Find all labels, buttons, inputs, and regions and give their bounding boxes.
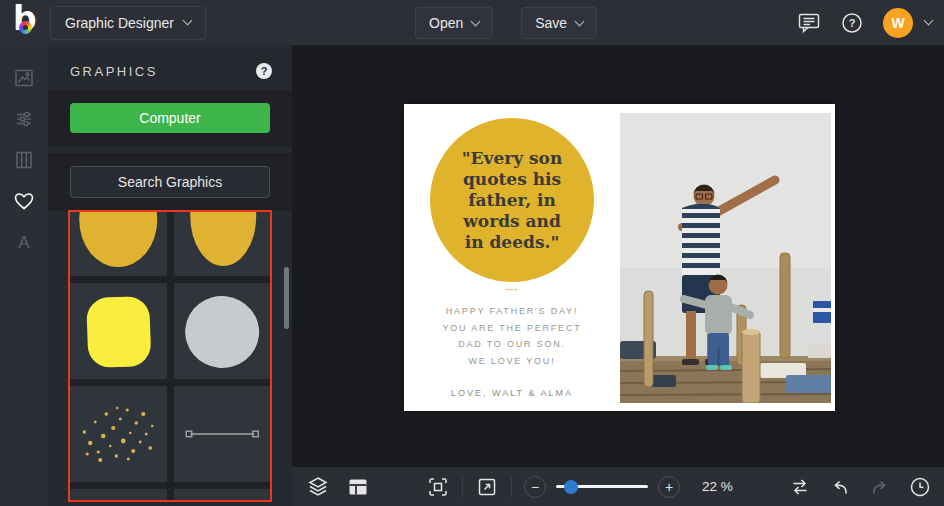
graphic-tile-gray-round-blob[interactable] <box>174 283 271 379</box>
chevron-down-icon <box>575 16 585 26</box>
panel-title: GRAPHICS <box>70 64 158 79</box>
account-chevron-down-icon[interactable] <box>924 16 934 26</box>
top-bar: b Graphic Designer Open Save <box>0 0 944 45</box>
svg-text:A: A <box>18 233 30 252</box>
chevron-down-icon <box>471 16 481 26</box>
panel-help-icon[interactable]: ? <box>256 63 272 79</box>
text-icon: A <box>13 231 35 253</box>
feedback-chat-icon[interactable] <box>797 12 821 34</box>
befunky-logo-icon[interactable]: b <box>8 5 44 41</box>
adjustments-icon <box>13 108 35 130</box>
message-text-object[interactable]: --- HAPPY FATHER'S DAY! YOU ARE THE PERF… <box>404 284 620 398</box>
sidebar-item-text[interactable]: A <box>0 221 48 262</box>
fit-to-screen-icon[interactable] <box>426 475 450 499</box>
left-icon-rail: A <box>0 45 48 506</box>
divider-dashes: --- <box>404 284 620 294</box>
photo-illustration <box>620 113 831 403</box>
graphic-tile-partial[interactable] <box>70 489 167 502</box>
sidebar-item-image-manager[interactable] <box>0 57 48 98</box>
svg-text:?: ? <box>849 17 856 29</box>
before-after-compare-icon[interactable] <box>788 475 812 499</box>
app-mode-dropdown[interactable]: Graphic Designer <box>50 6 206 40</box>
layers-icon[interactable] <box>306 475 330 499</box>
graphic-tile-line-divider[interactable] <box>174 386 271 482</box>
undo-icon[interactable] <box>828 475 852 499</box>
bottom-toolbar: − + 22 % <box>292 467 944 506</box>
computer-upload-button[interactable]: Computer <box>70 103 270 133</box>
sidebar-item-customize[interactable] <box>0 98 48 139</box>
zoom-slider-thumb[interactable] <box>564 480 578 494</box>
sidebar-item-graphics[interactable] <box>0 180 48 221</box>
color-wheel-icon <box>19 21 32 34</box>
panel-scrollbar[interactable] <box>284 267 289 329</box>
graphics-grid-selection <box>68 210 272 502</box>
history-clock-icon[interactable] <box>908 475 932 499</box>
graphic-tile-gold-oval-blob[interactable] <box>174 212 271 276</box>
father-son-photo[interactable] <box>620 113 831 403</box>
quote-circle-object[interactable]: "Every son quotes his father, in words a… <box>430 118 594 282</box>
signature-text: LOVE, WALT & ALMA <box>404 388 620 398</box>
heart-icon <box>13 190 35 212</box>
open-button[interactable]: Open <box>415 7 493 39</box>
graphics-panel: GRAPHICS ? Computer Search Graphics <box>48 45 292 506</box>
zoom-in-button[interactable]: + <box>658 476 680 498</box>
columns-icon <box>13 149 35 171</box>
search-graphics-button[interactable]: Search Graphics <box>70 166 270 198</box>
help-icon[interactable]: ? <box>841 12 863 34</box>
app-title: Graphic Designer <box>65 15 174 31</box>
design-card[interactable]: "Every son quotes his father, in words a… <box>404 104 835 411</box>
fullscreen-preview-icon[interactable] <box>475 475 499 499</box>
zoom-level-label: 22 % <box>702 479 733 494</box>
graphic-tile-gold-scatter-dots[interactable] <box>70 386 167 482</box>
image-icon <box>13 67 35 89</box>
graphic-tile-partial[interactable] <box>174 489 271 502</box>
chevron-down-icon <box>182 16 192 26</box>
save-button[interactable]: Save <box>521 7 597 39</box>
toolbar-separator <box>511 477 512 497</box>
redo-icon[interactable] <box>868 475 892 499</box>
design-canvas[interactable]: "Every son quotes his father, in words a… <box>292 45 944 467</box>
graphic-tile-gold-round-blob[interactable] <box>70 212 167 276</box>
sidebar-item-layouts[interactable] <box>0 139 48 180</box>
toolbar-separator <box>462 477 463 497</box>
zoom-out-button[interactable]: − <box>524 476 546 498</box>
graphic-tile-yellow-square-blob[interactable] <box>70 283 167 379</box>
avatar[interactable]: W <box>883 8 913 38</box>
zoom-slider[interactable] <box>556 485 648 488</box>
canvas-manager-icon[interactable] <box>346 475 370 499</box>
